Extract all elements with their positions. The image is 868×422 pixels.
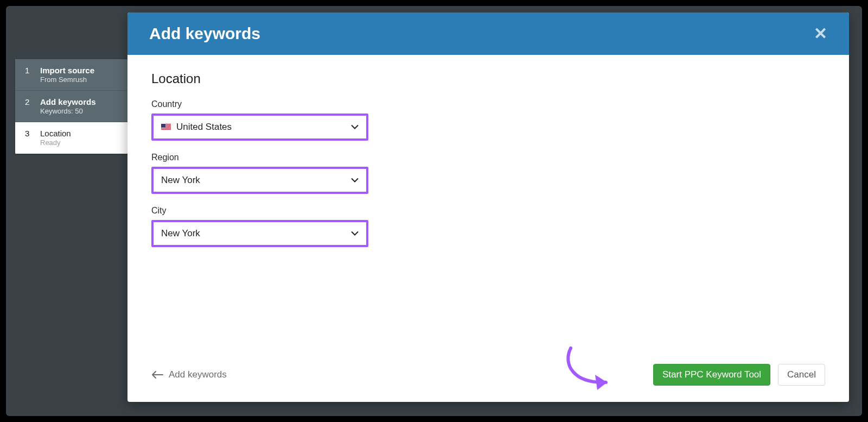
back-label: Add keywords [169, 369, 227, 380]
chevron-down-icon [351, 231, 359, 236]
chevron-down-icon [351, 125, 359, 130]
footer-actions: Start PPC Keyword Tool Cancel [653, 364, 825, 386]
step-add-keywords[interactable]: 2 Add keywords Keywords: 50 [15, 91, 135, 122]
step-sub: Ready [40, 138, 71, 147]
wizard-stepper: 1 Import source From Semrush 2 Add keywo… [15, 59, 135, 154]
arrow-left-icon [151, 371, 163, 379]
highlight-city: New York [151, 220, 368, 247]
close-icon[interactable]: ✕ [814, 26, 827, 42]
app-shell: 1 Import source From Semrush 2 Add keywo… [6, 6, 862, 416]
highlight-country: United States [151, 114, 368, 141]
field-country: Country United States [151, 99, 368, 141]
step-sub: Keywords: 50 [40, 107, 96, 115]
field-region: Region New York [151, 153, 368, 194]
region-value: New York [161, 175, 200, 186]
us-flag-icon [161, 124, 171, 130]
cancel-button[interactable]: Cancel [778, 364, 825, 386]
step-number: 1 [25, 66, 31, 75]
modal-header: Add keywords ✕ [127, 12, 849, 55]
city-label: City [151, 206, 368, 216]
start-ppc-keyword-tool-button[interactable]: Start PPC Keyword Tool [653, 364, 770, 386]
modal-footer: Add keywords Start PPC Keyword Tool Canc… [127, 354, 849, 402]
back-button[interactable]: Add keywords [151, 369, 227, 380]
add-keywords-modal: Add keywords ✕ Location Country United S… [127, 12, 849, 402]
country-value: United States [176, 122, 232, 133]
step-import-source[interactable]: 1 Import source From Semrush [15, 59, 135, 91]
step-location[interactable]: 3 Location Ready [15, 122, 135, 154]
step-label: Location [40, 129, 71, 138]
city-value: New York [161, 228, 200, 239]
region-label: Region [151, 153, 368, 162]
step-label: Add keywords [40, 97, 96, 106]
step-label: Import source [40, 66, 94, 75]
field-city: City New York [151, 206, 368, 247]
step-number: 3 [25, 129, 31, 138]
region-select[interactable]: New York [154, 169, 366, 192]
modal-body: Location Country United States Region [127, 55, 849, 354]
step-number: 2 [25, 97, 31, 106]
country-select[interactable]: United States [154, 116, 366, 138]
chevron-down-icon [351, 178, 359, 183]
section-title: Location [151, 71, 825, 86]
modal-title: Add keywords [149, 24, 260, 43]
step-sub: From Semrush [40, 75, 94, 84]
city-select[interactable]: New York [154, 222, 366, 245]
country-label: Country [151, 99, 368, 109]
highlight-region: New York [151, 167, 368, 194]
